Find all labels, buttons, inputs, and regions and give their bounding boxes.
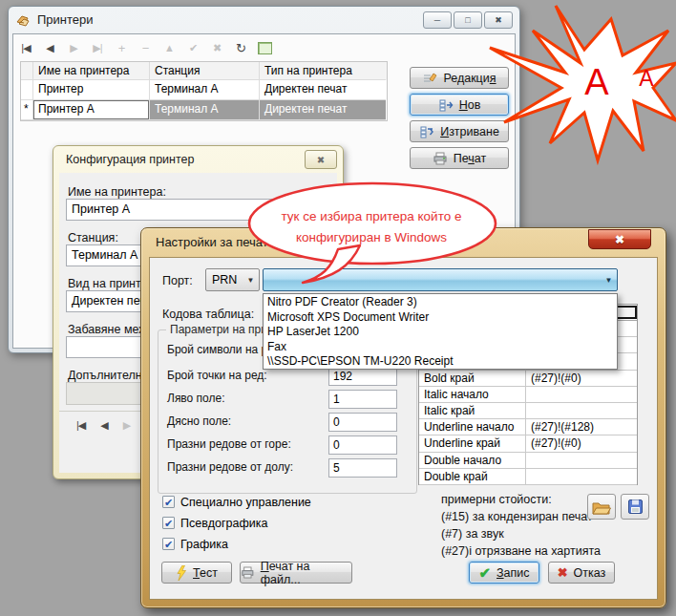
left-margin-label: Ляво поле: [167, 392, 225, 405]
grid-row[interactable]: Italic край [419, 403, 637, 419]
right-margin-label: Дясно поле: [167, 414, 231, 428]
dropdown-item[interactable]: \\SSD-PC\EPSON TM-U220 Receipt [264, 354, 617, 370]
table-header: Име на принтера Станция Тип на принтера [21, 62, 387, 80]
dots-per-line-input[interactable]: 192 [328, 367, 397, 386]
nav-edit-icon[interactable]: ▲ [162, 42, 176, 53]
nav-first-icon[interactable]: |◀ [19, 42, 32, 54]
cell-name-editor[interactable]: Принтер А [33, 100, 150, 120]
save-file-button[interactable] [621, 494, 649, 520]
nav-next-icon[interactable]: ▶ [123, 419, 130, 432]
additional-label: Допълнителни [68, 369, 149, 382]
close-button[interactable]: ✖ [305, 150, 337, 169]
pseudographics-checkbox[interactable]: ✔ Псевдографика [162, 516, 267, 530]
grid-row[interactable]: Bold край(#27)!(#0) [419, 371, 637, 387]
cancel-button[interactable]: ✖ Отказ [548, 562, 615, 584]
export-grid-icon[interactable] [258, 42, 272, 54]
button-label: Запис [496, 566, 530, 580]
folder-open-icon [592, 499, 611, 515]
speech-bubble: тук се избира притера който е конфигурир… [229, 174, 516, 293]
button-label: Печат на файл... [261, 560, 351, 586]
nav-last-icon[interactable]: ▶| [91, 42, 104, 54]
station-label: Станция: [68, 231, 118, 244]
sample-values-text: примерни стойости: (#15) за кондензиран … [441, 491, 601, 560]
graphics-checkbox[interactable]: ✔ Графика [162, 537, 228, 551]
new-item-icon [438, 97, 454, 113]
right-margin-input[interactable]: 0 [328, 413, 397, 432]
checkbox-check-icon: ✔ [162, 496, 175, 508]
floppy-save-icon [627, 499, 644, 515]
save-button[interactable]: ✔ Запис [469, 562, 539, 584]
col-header-station[interactable]: Станция [150, 62, 260, 80]
bubble-text-line2: конфигуриран в Windows [296, 230, 447, 244]
printers-table: Име на принтера Станция Тип на принтера … [20, 61, 388, 121]
dots-per-line-label: Брой точки на ред: [167, 369, 267, 382]
nav-next-icon[interactable]: ▶ [67, 42, 80, 54]
cell-name[interactable]: Принтер [33, 80, 150, 100]
cell-type[interactable]: Директен печат [260, 80, 386, 100]
printers-titlebar[interactable]: Принтери ─ □ ✖ [9, 7, 519, 32]
letter-a-big: A [584, 62, 609, 102]
nav-refresh-icon[interactable]: ↻ [234, 41, 247, 55]
checkbox-check-icon: ✔ [162, 538, 175, 550]
edit-icon [422, 71, 437, 86]
special-control-checkbox[interactable]: ✔ Специално управление [162, 495, 311, 509]
bubble-text-line1: тук се избира притера който е [282, 209, 462, 223]
dropdown-item[interactable]: Nitro PDF Creator (Reader 3) [264, 295, 617, 310]
test-button[interactable]: Тест [161, 562, 232, 584]
cell-type[interactable]: Директен печат [260, 100, 386, 120]
blank-lines-top-input[interactable]: 0 [328, 435, 397, 455]
starburst-annotation: A A [473, 0, 676, 172]
grid-row[interactable]: Underline край(#27)!(#0) [419, 435, 637, 452]
nav-post-icon[interactable]: ✔ [186, 42, 200, 54]
window-title: Конфигурация принтер [66, 153, 194, 166]
printer-name-label: Име на принтера: [68, 185, 166, 199]
minimize-button[interactable]: ─ [423, 11, 452, 29]
table-row-selected[interactable]: * Принтер А Терминал А Директен печат [21, 100, 387, 120]
check-icon: ✔ [478, 564, 491, 582]
nav-insert-icon[interactable]: + [115, 41, 128, 55]
cell-station[interactable]: Терминал А [150, 100, 260, 120]
db-navigator-toolbar: |◀ ◀ ▶ ▶| + − ▲ ✔ ✖ ↻ [19, 39, 272, 56]
print-to-file-button[interactable]: Печат на файл... [240, 562, 352, 584]
nav-cancel-icon[interactable]: ✖ [210, 42, 223, 54]
left-margin-input[interactable]: 1 [328, 390, 397, 409]
desktop: Принтери ─ □ ✖ |◀ ◀ ▶ ▶| + − ▲ ✔ ✖ ↻ [0, 0, 676, 616]
checkbox-label: Псевдографика [180, 517, 267, 530]
dropdown-item[interactable]: Microsoft XPS Document Writer [264, 310, 617, 326]
nav-prior-icon[interactable]: ◀ [100, 419, 107, 432]
printer-icon [433, 151, 448, 166]
col-header-name[interactable]: Име на принтера [33, 62, 150, 80]
checkbox-label: Графика [180, 538, 228, 551]
button-label: Отказ [574, 566, 606, 580]
close-button[interactable]: ✖ [588, 229, 651, 249]
grid-row[interactable]: Underline начало(#27)!(#128) [419, 419, 637, 435]
printer-icon [241, 565, 255, 580]
nav-prior-icon[interactable]: ◀ [43, 42, 56, 54]
app-icon [15, 12, 31, 28]
dropdown-item[interactable]: HP LaserJet 1200 [264, 325, 617, 340]
grid-row[interactable]: Double край [419, 469, 637, 485]
nav-delete-icon[interactable]: − [138, 41, 152, 55]
codepage-label: Кодова таблица: [162, 308, 254, 321]
blank-lines-bottom-input[interactable]: 5 [328, 458, 397, 478]
letter-a-small: A [639, 66, 654, 91]
row-indicator: * [21, 100, 33, 120]
x-icon: ✖ [558, 565, 568, 580]
printer-dropdown-list: Nitro PDF Creator (Reader 3) Microsoft X… [263, 293, 618, 370]
grid-row[interactable]: Double начало [419, 453, 637, 469]
config-navigator: |◀ ◀ ▶ [76, 419, 130, 432]
grid-row[interactable]: Italic начало [419, 387, 637, 403]
open-file-button[interactable] [587, 494, 616, 520]
table-row[interactable]: Принтер Терминал А Директен печат [21, 80, 387, 100]
lightning-icon [176, 565, 187, 581]
dropdown-item[interactable]: Fax [264, 340, 617, 355]
port-label: Порт: [162, 274, 193, 287]
delete-item-icon [419, 124, 434, 139]
checkbox-label: Специално управление [180, 496, 311, 509]
blank-lines-bottom-label: Празни редове от долу: [167, 460, 293, 474]
window-title: Принтери [37, 12, 416, 27]
cell-station[interactable]: Терминал А [150, 80, 260, 100]
checkbox-check-icon: ✔ [162, 517, 175, 529]
col-header-type[interactable]: Тип на принтера [260, 62, 386, 80]
nav-first-icon[interactable]: |◀ [76, 419, 85, 432]
